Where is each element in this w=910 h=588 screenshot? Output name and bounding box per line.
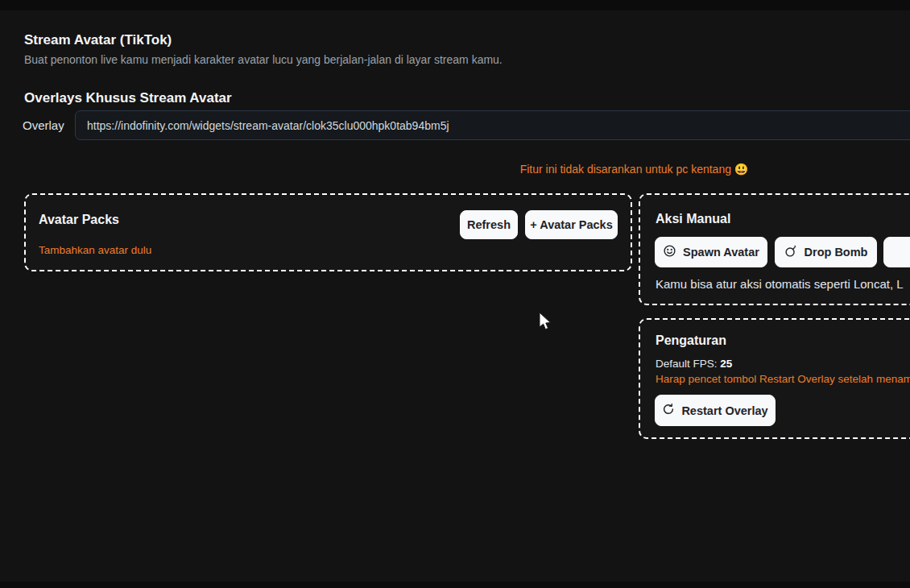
add-avatar-packs-label: + Avatar Packs	[530, 218, 613, 231]
manual-actions-panel: Aksi Manual Spawn Avatar Drop	[639, 193, 910, 305]
default-fps-line: Default FPS: 25	[656, 358, 732, 370]
restart-icon	[662, 403, 675, 418]
mouse-cursor	[536, 312, 554, 333]
spawn-avatar-button[interactable]: Spawn Avatar	[655, 237, 767, 267]
rocket-action-button[interactable]	[883, 237, 910, 267]
avatar-packs-panel: Avatar Packs Tambahkan avatar dulu Refre…	[24, 193, 632, 271]
restart-overlay-button[interactable]: Restart Overlay	[655, 395, 776, 426]
add-avatar-packs-button[interactable]: + Avatar Packs	[525, 210, 618, 239]
avatar-packs-empty-message: Tambahkan avatar dulu	[39, 244, 151, 256]
spawn-avatar-label: Spawn Avatar	[683, 246, 759, 259]
bottom-edge-strip	[0, 582, 910, 588]
stream-avatar-page: Stream Avatar (TikTok) Buat penonton liv…	[0, 0, 910, 588]
restart-hint: Harap pencet tombol Restart Overlay sete…	[656, 373, 910, 385]
bomb-icon	[784, 244, 798, 260]
restart-overlay-label: Restart Overlay	[681, 404, 767, 417]
default-fps-label: Default FPS:	[656, 358, 718, 370]
drop-bomb-label: Drop Bomb	[805, 246, 868, 259]
manual-actions-title: Aksi Manual	[656, 212, 730, 226]
settings-panel: Pengaturan Default FPS: 25 Harap pencet …	[639, 318, 910, 439]
overlay-url-input[interactable]	[75, 110, 910, 140]
refresh-button-label: Refresh	[467, 218, 511, 231]
settings-title: Pengaturan	[656, 333, 726, 348]
refresh-button[interactable]: Refresh	[460, 210, 518, 239]
drop-bomb-button[interactable]: Drop Bomb	[775, 237, 877, 267]
page-title: Stream Avatar (TikTok)	[24, 32, 172, 48]
potato-pc-warning: Fitur ini tidak disarankan untuk pc kent…	[24, 163, 910, 176]
page-subtitle: Buat penonton live kamu menjadi karakter…	[24, 53, 503, 66]
overlay-url-label: Overlay	[23, 118, 64, 132]
avatar-packs-title: Avatar Packs	[39, 213, 119, 227]
smiley-icon	[663, 244, 676, 260]
overlays-section-heading: Overlays Khusus Stream Avatar	[24, 90, 232, 106]
top-edge-strip	[0, 0, 910, 10]
manual-actions-description: Kamu bisa atur aksi otomatis seperti Lon…	[656, 277, 904, 291]
default-fps-value: 25	[720, 358, 732, 370]
